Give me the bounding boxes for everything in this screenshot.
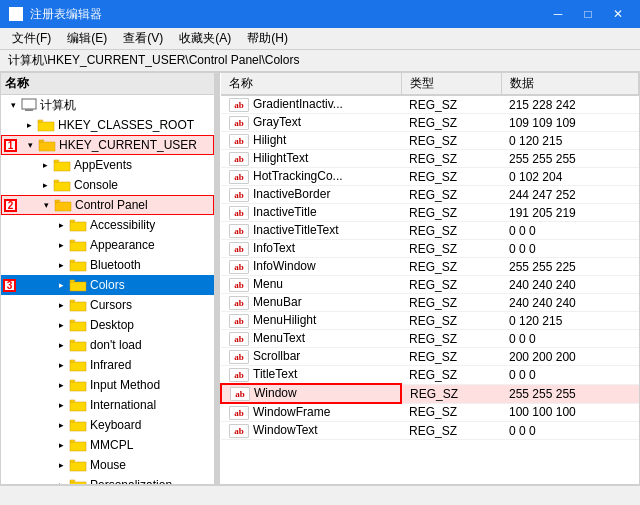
tree-expander[interactable]: ▸ [53,277,69,293]
tree-item-appevents[interactable]: ▸ AppEvents [1,155,214,175]
tree-item-input-method[interactable]: ▸ Input Method [1,375,214,395]
table-cell-data: 0 120 215 [501,312,639,330]
reg-type-icon: ab [229,332,249,346]
tree-expander[interactable]: ▾ [22,137,38,153]
address-bar: 计算机\HKEY_CURRENT_USER\Control Panel\Colo… [0,50,640,72]
tree-expander[interactable]: ▸ [53,437,69,453]
table-cell-type: REG_SZ [401,240,501,258]
address-path: 计算机\HKEY_CURRENT_USER\Control Panel\Colo… [8,52,299,69]
tree-expander[interactable]: ▸ [53,337,69,353]
tree-item-personalization[interactable]: ▸ Personalization [1,475,214,484]
tree-item-computer[interactable]: ▾计算机 [1,95,214,115]
tree-item-label: Infrared [90,358,131,372]
tree-item-infrared[interactable]: ▸ Infrared [1,355,214,375]
tree-item-control-panel[interactable]: ▾ Control Panel2 [1,195,214,215]
table-cell-name: abInfoText [221,240,401,258]
tree-expander[interactable]: ▸ [53,237,69,253]
folder-icon [69,478,87,484]
table-cell-name: abHilight [221,132,401,150]
menu-item[interactable]: 查看(V) [115,28,171,49]
table-cell-data: 0 102 204 [501,168,639,186]
annotation-number-3: 3 [3,279,16,292]
table-row[interactable]: abHilightTextREG_SZ255 255 255 [221,150,639,168]
maximize-button[interactable]: □ [574,4,602,24]
tree-container: ▾计算机▸ HKEY_CLASSES_ROOT▾ HKEY_CURRENT_US… [1,95,214,484]
menu-item[interactable]: 帮助(H) [239,28,296,49]
close-button[interactable]: ✕ [604,4,632,24]
tree-expander[interactable]: ▸ [37,177,53,193]
tree-expander[interactable]: ▸ [53,417,69,433]
table-row[interactable]: abMenuBarREG_SZ240 240 240 [221,294,639,312]
table-cell-type: REG_SZ [401,258,501,276]
reg-type-icon: ab [229,206,249,220]
svg-rect-1 [16,7,23,14]
table-row[interactable]: abInfoTextREG_SZ0 0 0 [221,240,639,258]
menu-item[interactable]: 收藏夹(A) [171,28,239,49]
tree-item-label: International [90,398,156,412]
menu-item[interactable]: 编辑(E) [59,28,115,49]
tree-item-label: Keyboard [90,418,141,432]
table-row[interactable]: abInactiveTitleTextREG_SZ0 0 0 [221,222,639,240]
reg-type-icon: ab [229,224,249,238]
table-cell-type: REG_SZ [401,348,501,366]
tree-item-mmcpl[interactable]: ▸ MMCPL [1,435,214,455]
table-row[interactable]: abWindowFrameREG_SZ100 100 100 [221,403,639,422]
tree-item-hkey-classes-root[interactable]: ▸ HKEY_CLASSES_ROOT [1,115,214,135]
table-row[interactable]: abWindowTextREG_SZ0 0 0 [221,422,639,440]
tree-expander[interactable]: ▸ [53,317,69,333]
tree-expander[interactable]: ▸ [53,477,69,484]
table-cell-data: 0 0 0 [501,222,639,240]
tree-item-mouse[interactable]: ▸ Mouse [1,455,214,475]
table-row[interactable]: abInactiveBorderREG_SZ244 247 252 [221,186,639,204]
table-cell-name: abInactiveBorder [221,186,401,204]
table-cell-type: REG_SZ [401,294,501,312]
folder-icon [53,158,71,172]
table-row[interactable]: abWindow4REG_SZ255 255 255 [221,384,639,403]
tree-item-hkey-current-user[interactable]: ▾ HKEY_CURRENT_USER1 [1,135,214,155]
table-row[interactable]: abScrollbarREG_SZ200 200 200 [221,348,639,366]
tree-item-console[interactable]: ▸ Console [1,175,214,195]
tree-expander[interactable]: ▸ [53,457,69,473]
menu-item[interactable]: 文件(F) [4,28,59,49]
tree-expander[interactable]: ▸ [37,157,53,173]
table-cell-type: REG_SZ [401,330,501,348]
folder-icon [69,278,87,292]
tree-item-desktop[interactable]: ▸ Desktop [1,315,214,335]
table-cell-data: 240 240 240 [501,294,639,312]
tree-item-appearance[interactable]: ▸ Appearance [1,235,214,255]
minimize-button[interactable]: ─ [544,4,572,24]
table-row[interactable]: abInactiveTitleREG_SZ191 205 219 [221,204,639,222]
table-row[interactable]: abInfoWindowREG_SZ255 255 225 [221,258,639,276]
tree-panel[interactable]: 名称 ▾计算机▸ HKEY_CLASSES_ROOT▾ HKEY_CURRENT… [1,73,216,484]
tree-item-colors[interactable]: ▸ Colors3 [1,275,214,295]
tree-expander[interactable]: ▸ [53,377,69,393]
table-row[interactable]: abGrayTextREG_SZ109 109 109 [221,114,639,132]
tree-expander[interactable]: ▸ [53,397,69,413]
table-row[interactable]: abMenuTextREG_SZ0 0 0 [221,330,639,348]
table-row[interactable]: abMenuREG_SZ240 240 240 [221,276,639,294]
table-row[interactable]: abHotTrackingCo...REG_SZ0 102 204 [221,168,639,186]
tree-item-label: Mouse [90,458,126,472]
table-row[interactable]: abMenuHilightREG_SZ0 120 215 [221,312,639,330]
tree-expander[interactable]: ▸ [53,217,69,233]
tree-item-accessibility[interactable]: ▸ Accessibility [1,215,214,235]
tree-expander[interactable]: ▸ [53,297,69,313]
tree-expander[interactable]: ▾ [38,197,54,213]
reg-type-icon: ab [229,350,249,364]
table-row[interactable]: abTitleTextREG_SZ0 0 0 [221,366,639,385]
tree-item-dontload[interactable]: ▸ don't load [1,335,214,355]
table-cell-type: REG_SZ [401,204,501,222]
tree-item-cursors[interactable]: ▸ Cursors [1,295,214,315]
tree-expander[interactable]: ▾ [5,97,21,113]
tree-item-keyboard[interactable]: ▸ Keyboard [1,415,214,435]
tree-expander[interactable]: ▸ [21,117,37,133]
tree-item-international[interactable]: ▸ International [1,395,214,415]
tree-expander[interactable]: ▸ [53,357,69,373]
tree-item-bluetooth[interactable]: ▸ Bluetooth [1,255,214,275]
tree-item-label: Control Panel [75,198,148,212]
tree-expander[interactable]: ▸ [53,257,69,273]
table-row[interactable]: abHilightREG_SZ0 120 215 [221,132,639,150]
reg-type-icon: ab [229,296,249,310]
table-row[interactable]: abGradientInactiv...REG_SZ215 228 242 [221,95,639,114]
annotation-number-2: 2 [4,199,17,212]
